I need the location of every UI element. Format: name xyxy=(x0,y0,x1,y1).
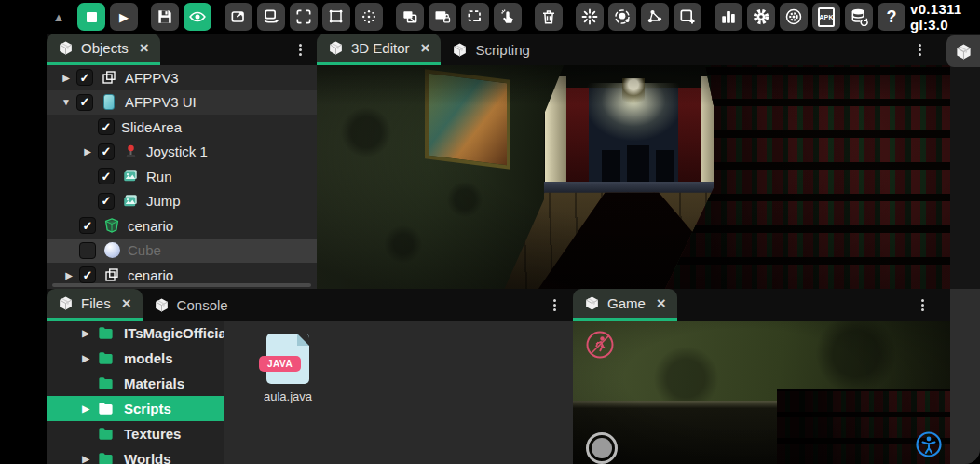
sphere-icon xyxy=(102,241,121,260)
node-graph-button[interactable] xyxy=(641,3,669,31)
delete-button[interactable] xyxy=(535,3,563,31)
tab-objects-label: Objects xyxy=(81,40,129,56)
visibility-checkbox[interactable]: ✓ xyxy=(98,193,115,210)
visibility-checkbox[interactable] xyxy=(79,242,96,259)
rotate-tool-button[interactable] xyxy=(257,3,285,31)
hierarchy-item[interactable]: ✓ SlideArea xyxy=(47,115,317,140)
tab-objects[interactable]: Objects × xyxy=(47,34,160,65)
rect-orbit-icon xyxy=(262,7,280,26)
hierarchy-item-label: Cube xyxy=(128,242,161,258)
save-button[interactable] xyxy=(151,3,179,31)
move-tool-button[interactable] xyxy=(225,3,252,31)
tree-item[interactable]: Textures xyxy=(47,421,224,446)
help-button[interactable]: ? xyxy=(878,3,905,31)
hierarchy-item[interactable]: ✓ Run xyxy=(47,164,317,189)
hierarchy-item-label: cenario xyxy=(128,267,173,283)
tree-item[interactable]: ▶ models xyxy=(47,346,224,371)
visibility-checkbox[interactable]: ✓ xyxy=(76,69,93,86)
main-toolbar: ▲ ▶ xyxy=(45,0,980,34)
backup-button[interactable] xyxy=(845,3,873,31)
expand-arrow-icon[interactable]: ▶ xyxy=(75,454,97,464)
tree-item[interactable]: ▶ Worlds xyxy=(47,446,224,464)
horizontal-scrollbar[interactable] xyxy=(52,283,311,287)
flare-button[interactable] xyxy=(576,3,604,31)
visibility-checkbox[interactable]: ✓ xyxy=(98,168,115,184)
tree-item[interactable]: Materials xyxy=(47,371,224,396)
hierarchy-item[interactable]: ✓ Jump xyxy=(47,189,317,214)
objects-tabbar: Objects × xyxy=(47,34,317,65)
visibility-checkbox[interactable]: ✓ xyxy=(79,217,96,234)
visibility-checkbox[interactable]: ✓ xyxy=(79,266,96,283)
tab-console[interactable]: Console xyxy=(143,289,239,321)
bar-chart-icon xyxy=(720,8,737,25)
clone-button[interactable] xyxy=(461,3,489,31)
gear-icon xyxy=(752,7,770,26)
run-button-overlay[interactable] xyxy=(585,330,615,360)
hierarchy-item[interactable]: ▶ ✓ Joystick 1 xyxy=(47,140,317,165)
rect-transform-button[interactable] xyxy=(322,3,350,31)
file-name-label: aula.java xyxy=(253,389,322,403)
collapse-arrow-icon[interactable]: ▼ xyxy=(56,97,76,107)
visibility-checkbox[interactable]: ✓ xyxy=(76,94,93,111)
tree-item[interactable]: ▶ ITsMagicOfficia xyxy=(47,321,224,346)
pointer-button[interactable] xyxy=(494,3,522,31)
expand-button[interactable]: ▲ xyxy=(45,3,73,31)
visibility-checkbox[interactable]: ✓ xyxy=(98,143,115,160)
scale-tool-button[interactable] xyxy=(290,3,318,31)
orbit-button[interactable] xyxy=(608,3,636,31)
expand-arrow-icon[interactable]: ▶ xyxy=(56,73,76,83)
hierarchy-item[interactable]: ▶ ✓ AFPPV3 xyxy=(47,65,317,90)
duplicate-button[interactable] xyxy=(396,3,424,31)
java-file-icon: JAVA xyxy=(266,334,309,384)
tab-game[interactable]: Game × xyxy=(573,289,677,321)
hierarchy-item[interactable]: ✓ cenario xyxy=(47,213,317,239)
tab-scripting[interactable]: Scripting xyxy=(441,34,540,65)
objects-menu-button[interactable] xyxy=(293,42,307,57)
visibility-checkbox[interactable]: ✓ xyxy=(98,118,115,135)
lock-button[interactable] xyxy=(429,3,456,31)
close-icon[interactable]: × xyxy=(657,295,666,311)
folder-icon xyxy=(97,324,116,343)
joystick-overlay[interactable] xyxy=(586,432,618,464)
preview-button[interactable] xyxy=(184,3,211,31)
apk-file-icon: APK xyxy=(818,7,835,27)
tab-files[interactable]: Files × xyxy=(47,289,143,321)
accessibility-button[interactable] xyxy=(915,430,943,458)
hierarchy-item-label: cenario xyxy=(128,218,173,234)
check-icon: ✓ xyxy=(83,269,93,281)
editor-tabs: 3D Editor × Scripting xyxy=(317,34,950,65)
close-icon[interactable]: × xyxy=(140,40,149,56)
game-menu-button[interactable] xyxy=(915,297,930,312)
files-menu-button[interactable] xyxy=(547,297,562,312)
folder-icon xyxy=(97,450,116,464)
game-viewport[interactable] xyxy=(573,321,950,464)
editor-menu-button[interactable] xyxy=(912,42,927,57)
close-icon[interactable]: × xyxy=(421,40,430,56)
check-icon: ✓ xyxy=(102,171,112,183)
project-settings-button[interactable] xyxy=(780,3,808,31)
stats-button[interactable] xyxy=(715,3,742,31)
tree-item-selected[interactable]: ▶ Scripts xyxy=(47,396,224,421)
pivot-tool-button[interactable] xyxy=(355,3,383,31)
game-panel: Game × xyxy=(573,289,950,464)
expand-arrow-icon[interactable]: ▶ xyxy=(59,270,79,280)
export-apk-button[interactable]: APK xyxy=(812,3,840,31)
expand-arrow-icon[interactable]: ▶ xyxy=(75,328,97,338)
expand-arrow-icon[interactable]: ▶ xyxy=(75,353,97,363)
settings-button[interactable] xyxy=(747,3,775,31)
file-item-aula-java[interactable]: JAVA aula.java xyxy=(253,334,322,403)
play-button[interactable]: ▶ xyxy=(110,3,138,31)
tab-3d-editor-label: 3D Editor xyxy=(351,40,410,56)
3d-editor-viewport[interactable] xyxy=(317,65,950,289)
tab-files-label: Files xyxy=(81,295,111,311)
add-object-button[interactable] xyxy=(674,3,701,31)
stop-button[interactable] xyxy=(77,3,105,31)
close-icon[interactable]: × xyxy=(122,295,131,311)
hierarchy-item[interactable]: ▼ ✓ AFPPV3 UI xyxy=(47,90,317,116)
side-panel-toggle[interactable] xyxy=(946,35,980,67)
tab-3d-editor[interactable]: 3D Editor × xyxy=(317,34,441,65)
expand-arrow-icon[interactable]: ▶ xyxy=(77,146,98,157)
hierarchy-item[interactable]: Cube xyxy=(47,239,317,264)
check-icon: ✓ xyxy=(80,96,90,108)
expand-arrow-icon[interactable]: ▶ xyxy=(75,403,97,414)
